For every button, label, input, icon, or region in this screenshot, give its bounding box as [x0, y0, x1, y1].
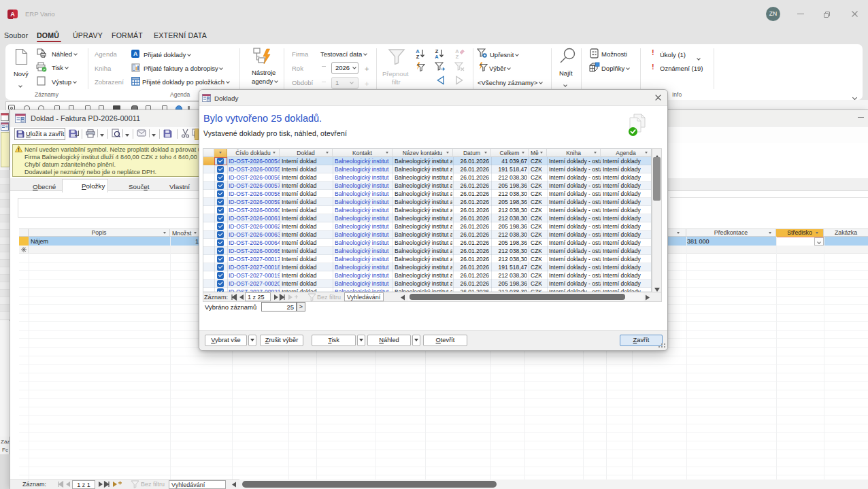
- svg-text:Z: Z: [416, 54, 420, 59]
- svg-text:A: A: [435, 54, 439, 59]
- svg-text:A: A: [10, 11, 15, 18]
- svg-text:Z: Z: [456, 54, 459, 59]
